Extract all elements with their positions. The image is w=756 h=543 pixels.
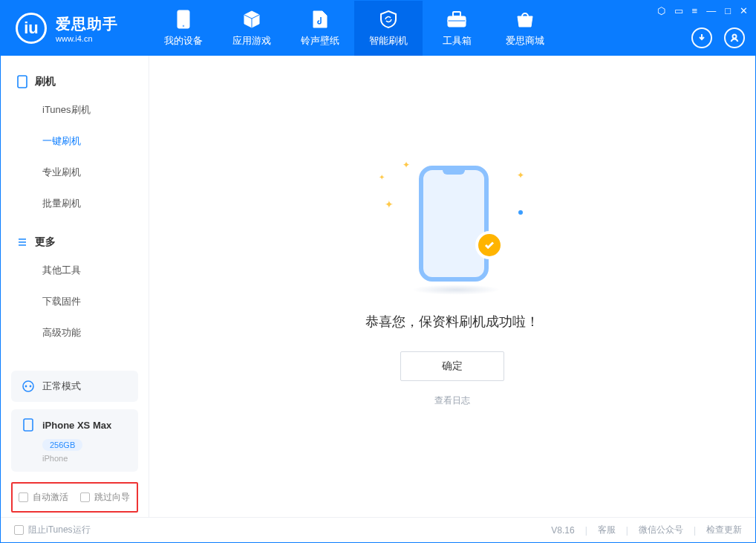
tab-store[interactable]: 爱思商城 xyxy=(491,1,559,56)
sidebar-item-advanced[interactable]: 高级功能 xyxy=(1,317,149,348)
sidebar-group-more: 更多 xyxy=(1,230,149,255)
download-button[interactable] xyxy=(691,27,712,48)
svg-point-9 xyxy=(30,386,32,388)
sparkle-icon: ✦ xyxy=(385,198,394,210)
device-name: iPhone XS Max xyxy=(42,420,128,431)
header: iu 爱思助手 www.i4.cn 我的设备 应用游戏 铃声壁纸 智能刷机 xyxy=(1,1,755,56)
sparkle-icon: ✦ xyxy=(403,160,410,170)
footer-wechat[interactable]: 微信公众号 xyxy=(639,524,683,536)
checkbox-icon xyxy=(19,492,28,502)
sidebar-item-itunes-flash[interactable]: iTunes刷机 xyxy=(1,94,149,126)
svg-rect-10 xyxy=(24,419,33,431)
tab-toolbox[interactable]: 工具箱 xyxy=(423,1,491,56)
shirt-icon[interactable]: ⬡ xyxy=(657,5,665,16)
svg-point-7 xyxy=(23,381,33,391)
body: 刷机 iTunes刷机 一键刷机 专业刷机 批量刷机 更多 其他工具 下载固件 … xyxy=(1,56,755,517)
tab-apps[interactable]: 应用游戏 xyxy=(218,1,286,56)
brand-site: www.i4.cn xyxy=(56,34,118,43)
settings-icon[interactable]: ▭ xyxy=(674,5,683,16)
checkbox-block-itunes[interactable]: 阻止iTunes运行 xyxy=(14,524,91,536)
checkbox-icon xyxy=(14,525,24,535)
device-type: iPhone xyxy=(42,454,128,463)
phone-icon xyxy=(173,9,194,30)
dot-icon xyxy=(518,210,523,215)
sync-shield-icon xyxy=(378,9,399,30)
brand-logo-icon: iu xyxy=(16,13,47,44)
device-card[interactable]: iPhone XS Max 256GB iPhone xyxy=(11,409,138,472)
footer-version: V8.16 xyxy=(551,525,574,536)
device-phone-icon xyxy=(22,418,35,432)
sparkle-icon: ✦ xyxy=(379,173,385,181)
checkbox-auto-activate[interactable]: 自动激活 xyxy=(19,491,68,504)
success-message: 恭喜您，保资料刷机成功啦！ xyxy=(365,313,539,331)
toolbox-icon xyxy=(446,9,467,30)
list-icon xyxy=(17,237,27,247)
sidebar-item-other-tools[interactable]: 其他工具 xyxy=(1,255,149,286)
minimize-icon[interactable]: — xyxy=(706,5,716,16)
sidebar-item-firmware[interactable]: 下载固件 xyxy=(1,286,149,317)
music-file-icon xyxy=(310,9,330,30)
main-panel: ✦ ✦ ✦ ✦ 恭喜您，保资料刷机成功啦！ 确定 查看日志 xyxy=(149,56,755,517)
success-illustration: ✦ ✦ ✦ ✦ xyxy=(397,166,508,284)
maximize-icon[interactable]: □ xyxy=(725,5,731,16)
brand: iu 爱思助手 www.i4.cn xyxy=(1,1,149,56)
svg-point-1 xyxy=(183,25,185,27)
sidebar-item-pro-flash[interactable]: 专业刷机 xyxy=(1,157,149,188)
svg-rect-4 xyxy=(448,20,466,22)
mode-card[interactable]: 正常模式 xyxy=(11,371,138,402)
tab-device[interactable]: 我的设备 xyxy=(149,1,218,56)
brand-name: 爱思助手 xyxy=(56,14,118,34)
sparkle-icon: ✦ xyxy=(517,170,524,181)
footer-update[interactable]: 检查更新 xyxy=(706,524,742,536)
sidebar-group-flash: 刷机 xyxy=(1,69,149,94)
tab-ringwall[interactable]: 铃声壁纸 xyxy=(286,1,354,56)
sidebar-devices: 正常模式 iPhone XS Max 256GB iPhone xyxy=(1,363,149,482)
phone-illustration-icon xyxy=(419,166,489,282)
flash-options-row: 自动激活 跳过向导 xyxy=(11,482,138,513)
nav-tabs: 我的设备 应用游戏 铃声壁纸 智能刷机 工具箱 爱思商城 xyxy=(149,1,559,56)
close-icon[interactable]: ✕ xyxy=(740,5,748,16)
footer: 阻止iTunes运行 V8.16 | 客服 | 微信公众号 | 检查更新 xyxy=(1,517,755,542)
svg-point-8 xyxy=(25,386,27,388)
header-right: ⬡ ▭ ≡ — □ ✕ xyxy=(657,1,755,56)
sync-dot-icon xyxy=(22,380,35,393)
mode-label: 正常模式 xyxy=(42,380,81,393)
footer-support[interactable]: 客服 xyxy=(598,524,616,536)
sidebar: 刷机 iTunes刷机 一键刷机 专业刷机 批量刷机 更多 其他工具 下载固件 … xyxy=(1,56,149,517)
svg-point-5 xyxy=(733,35,737,39)
svg-rect-3 xyxy=(453,12,460,16)
ok-button[interactable]: 确定 xyxy=(400,351,504,381)
checkbox-icon xyxy=(80,492,90,502)
menu-icon[interactable]: ≡ xyxy=(692,5,698,16)
device-icon xyxy=(17,75,27,88)
sidebar-item-batch-flash[interactable]: 批量刷机 xyxy=(1,188,149,219)
window-controls: ⬡ ▭ ≡ — □ ✕ xyxy=(657,5,748,16)
device-capacity: 256GB xyxy=(42,439,82,451)
app-window: iu 爱思助手 www.i4.cn 我的设备 应用游戏 铃声壁纸 智能刷机 xyxy=(0,0,756,543)
svg-rect-6 xyxy=(18,76,27,88)
tab-flash[interactable]: 智能刷机 xyxy=(354,1,423,56)
success-check-icon xyxy=(475,231,504,259)
account-button[interactable] xyxy=(724,27,745,48)
view-log-link[interactable]: 查看日志 xyxy=(434,394,470,407)
sidebar-item-oneclick[interactable]: 一键刷机 xyxy=(1,126,149,157)
cube-icon xyxy=(241,9,262,30)
store-icon xyxy=(515,9,535,30)
checkbox-skip-guide[interactable]: 跳过向导 xyxy=(80,491,130,504)
